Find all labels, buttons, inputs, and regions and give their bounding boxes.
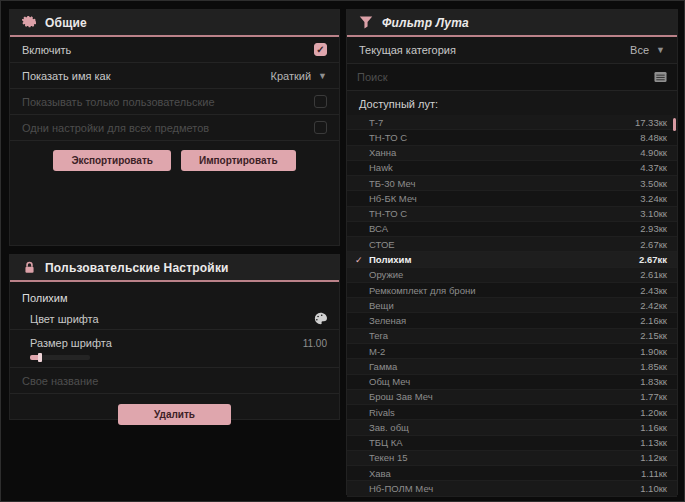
setting-row-same-settings: Одни настройки для всех предметов: [10, 115, 339, 141]
list-item[interactable]: Зеленая2.16кк: [347, 313, 677, 328]
category-value: Все: [630, 44, 649, 56]
setting-row-only-custom: Показывать только пользовательские: [10, 89, 339, 115]
list-item[interactable]: ✓Полихим2.67кк: [347, 252, 677, 267]
item-value: 17.33кк: [635, 117, 667, 128]
same-settings-checkbox[interactable]: [314, 121, 327, 134]
item-name: Нб-ПОЛМ Меч: [369, 483, 433, 494]
item-name: Тега: [369, 330, 388, 341]
list-item[interactable]: Брош Зав Меч1.77кк: [347, 390, 677, 405]
item-value: 2.61кк: [640, 269, 667, 280]
list-item[interactable]: Hawk4.37кк: [347, 161, 677, 176]
panel-general-header: Общие: [10, 10, 339, 37]
item-name: Полихим: [369, 254, 411, 265]
item-value: 2.67кк: [639, 254, 667, 265]
available-loot-label: Доступный лут:: [347, 91, 677, 115]
delete-button[interactable]: Удалить: [118, 404, 231, 425]
list-item[interactable]: ВСА2.93кк: [347, 222, 677, 237]
lock-icon: [22, 261, 36, 275]
setting-row-enable: Включить ✓: [10, 37, 339, 63]
slider-thumb[interactable]: [38, 353, 42, 362]
item-value: 1.12кк: [640, 452, 667, 463]
list-item[interactable]: Ремкомплект для брони2.43кк: [347, 283, 677, 298]
item-name: Текен 15: [369, 452, 408, 463]
category-dropdown[interactable]: Все ▼: [630, 44, 665, 56]
import-button[interactable]: Импортировать: [181, 150, 296, 171]
item-name: ТН-ТО С: [369, 208, 407, 219]
item-value: 3.50кк: [640, 178, 667, 189]
list-item[interactable]: Зав. общ1.16кк: [347, 420, 677, 435]
selected-item-label: Полихим: [10, 282, 339, 308]
enable-checkbox[interactable]: ✓: [314, 43, 327, 56]
list-item[interactable]: ТН-ТО С3.10кк: [347, 207, 677, 222]
list-item[interactable]: Нб-БК Меч3.24кк: [347, 191, 677, 206]
item-name: Ханна: [369, 147, 396, 158]
chevron-down-icon: ▼: [656, 45, 665, 55]
list-item[interactable]: Т-717.33кк: [347, 115, 677, 130]
list-item[interactable]: СТОЕ2.67кк: [347, 237, 677, 252]
list-item[interactable]: Ханна4.90кк: [347, 146, 677, 161]
item-name: Брош Зав Меч: [369, 391, 433, 402]
only-custom-checkbox[interactable]: [314, 95, 327, 108]
item-name: Нб-БК Меч: [369, 193, 417, 204]
list-item[interactable]: Rivals1.20кк: [347, 405, 677, 420]
item-name: ТН-ТО С: [369, 132, 407, 143]
app-window: Общие Включить ✓ Показать имя как Кратки…: [0, 0, 685, 502]
item-name: Гамма: [369, 361, 397, 372]
list-item[interactable]: Гамма1.85кк: [347, 359, 677, 374]
item-name: Ремкомплект для брони: [369, 285, 475, 296]
item-name: Rivals: [369, 407, 395, 418]
item-name: Общ Меч: [369, 376, 410, 387]
font-size-label: Размер шрифта: [30, 337, 112, 349]
list-item[interactable]: ТБЦ КА1.13кк: [347, 436, 677, 451]
item-value: 1.90кк: [640, 346, 667, 357]
panel-general: Общие Включить ✓ Показать имя как Кратки…: [9, 9, 340, 246]
font-size-value: 11.00: [303, 338, 327, 349]
list-item[interactable]: Оружие2.61кк: [347, 268, 677, 283]
list-item[interactable]: Вещи2.42кк: [347, 298, 677, 313]
font-size-slider[interactable]: [30, 355, 90, 360]
item-value: 3.24кк: [640, 193, 667, 204]
list-item[interactable]: Текен 151.12кк: [347, 451, 677, 466]
custom-name-input[interactable]: [22, 375, 327, 387]
scrollbar-thumb[interactable]: [673, 118, 676, 131]
panel-loot-filter: Фильтр Лута Текущая категория Все ▼ Дост…: [346, 9, 678, 495]
list-item[interactable]: Тега2.15кк: [347, 329, 677, 344]
list-item[interactable]: Общ Меч1.83кк: [347, 375, 677, 390]
item-name: Зав. общ: [369, 422, 409, 433]
same-settings-label: Одни настройки для всех предметов: [22, 122, 209, 134]
custom-name-row: [10, 368, 339, 394]
font-size-row: Размер шрифта 11.00: [10, 330, 339, 368]
list-item[interactable]: М-21.90кк: [347, 344, 677, 359]
list-item[interactable]: Нб-ПОЛМ Меч1.10кк: [347, 481, 677, 496]
item-value: 1.13кк: [640, 437, 667, 448]
item-value: 2.93кк: [640, 223, 667, 234]
list-item[interactable]: ТБ-30 Меч3.50кк: [347, 176, 677, 191]
panel-user-settings: Пользовательские Настройки Полихим Цвет …: [9, 254, 340, 420]
item-name: Hawk: [369, 162, 393, 173]
item-value: 1.11кк: [641, 468, 667, 479]
panel-title: Пользовательские Настройки: [45, 261, 229, 275]
item-value: 1.20кк: [640, 407, 667, 418]
item-value: 2.15кк: [640, 330, 667, 341]
item-value: 4.90кк: [640, 147, 667, 158]
panel-title: Фильтр Лута: [382, 16, 469, 30]
search-input[interactable]: [357, 71, 654, 83]
grid-view-icon[interactable]: [654, 70, 667, 84]
list-item[interactable]: Хава1.11кк: [347, 466, 677, 481]
item-name: ВСА: [369, 223, 388, 234]
check-icon: ✓: [355, 255, 367, 265]
show-name-label: Показать имя как: [22, 70, 111, 82]
panel-loot-filter-header: Фильтр Лута: [347, 10, 677, 37]
item-value: 2.42кк: [640, 300, 667, 311]
item-value: 2.16кк: [640, 315, 667, 326]
item-value: 8.48кк: [640, 132, 667, 143]
item-name: М-2: [369, 346, 385, 357]
palette-icon[interactable]: [313, 312, 327, 326]
list-item[interactable]: ТН-ТО С8.48кк: [347, 130, 677, 145]
show-name-dropdown[interactable]: Краткий ▼: [271, 70, 327, 82]
item-name: Вещи: [369, 300, 394, 311]
item-name: Хава: [369, 468, 391, 479]
panel-user-settings-header: Пользовательские Настройки: [10, 255, 339, 282]
item-name: Зеленая: [369, 315, 406, 326]
export-button[interactable]: Экспортировать: [53, 150, 171, 171]
